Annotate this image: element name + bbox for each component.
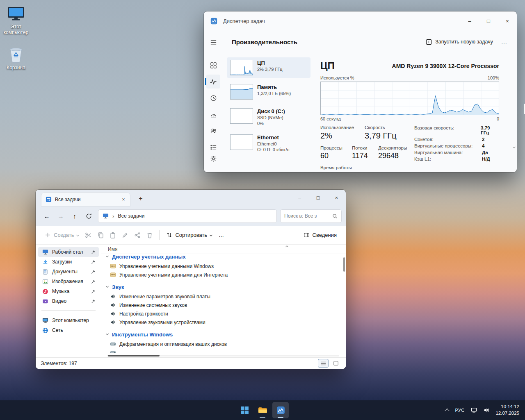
- sidebar-label: Документы: [52, 269, 78, 275]
- group-header-credentials[interactable]: Диспетчер учетных данных: [101, 254, 342, 262]
- performance-tab-icon[interactable]: [206, 75, 220, 89]
- perf-name: ЦП: [257, 60, 283, 66]
- maximize-button[interactable]: □: [309, 190, 327, 206]
- list-item[interactable]: Управление учетными данными для Интернет…: [101, 270, 342, 279]
- list-view-toggle[interactable]: [318, 359, 328, 367]
- details-view-toggle[interactable]: [331, 359, 341, 367]
- perf-item-memory[interactable]: Память 1,3/2,0 ГБ (65%): [227, 82, 310, 102]
- perf-item-ethernet[interactable]: Ethernet Ethernet0 О: 0 П: 0 кбит/с: [227, 132, 310, 154]
- tray-volume-button[interactable]: [480, 402, 493, 418]
- details-pane-button[interactable]: Сведения: [300, 229, 340, 241]
- column-header-row[interactable]: Имя: [101, 245, 346, 254]
- breadcrumb-chevron-icon: ›: [112, 213, 114, 219]
- users-tab-icon[interactable]: [206, 124, 220, 138]
- scrollbar-down-icon[interactable]: [513, 145, 516, 148]
- search-box[interactable]: Поиск в: Все з: [280, 209, 342, 223]
- back-button[interactable]: ←: [40, 209, 54, 223]
- breadcrumb-location[interactable]: Все задачи: [118, 213, 144, 219]
- group-header-sound[interactable]: Звук: [101, 282, 342, 292]
- menu-hamburger-button[interactable]: [206, 35, 220, 49]
- more-options-icon[interactable]: …: [497, 39, 511, 45]
- vertical-scrollbar-thumb[interactable]: [343, 257, 345, 272]
- rename-button[interactable]: [119, 229, 131, 241]
- tab-close-icon[interactable]: ×: [119, 195, 128, 204]
- cut-button[interactable]: [82, 229, 94, 241]
- list-item[interactable]: Дефрагментация и оптимизация ваших диско…: [101, 340, 342, 348]
- taskbar-task-manager-button[interactable]: [272, 402, 289, 418]
- list-item[interactable]: Управление звуковыми устройствами: [101, 318, 342, 327]
- sidebar-item-documents[interactable]: Документы: [38, 267, 99, 277]
- sidebar-item-this-pc[interactable]: Этот компьютер: [38, 316, 99, 325]
- run-new-task-button[interactable]: Запустить новую задачу: [422, 36, 497, 48]
- desktop-icon-recycle-bin[interactable]: Корзина: [0, 46, 32, 70]
- maximize-button[interactable]: □: [479, 11, 498, 30]
- create-button[interactable]: Создать: [41, 229, 82, 241]
- start-button[interactable]: [236, 402, 253, 418]
- explorer-sidebar: Рабочий стол Загрузки Документы Изображе…: [36, 245, 101, 357]
- close-button[interactable]: ×: [327, 190, 346, 206]
- list-item[interactable]: Изменение системных звуков: [101, 301, 342, 309]
- sidebar-label: Изображения: [52, 279, 83, 284]
- detail-label: Виртуальные процессоры:: [414, 143, 482, 148]
- sidebar-item-videos[interactable]: Видео: [38, 296, 99, 306]
- settings-gear-icon[interactable]: [206, 152, 220, 166]
- sidebar-item-music[interactable]: Музыка: [38, 286, 99, 296]
- refresh-button[interactable]: [82, 209, 96, 223]
- copy-button[interactable]: [94, 229, 107, 241]
- recycle-bin-icon: [8, 46, 24, 63]
- close-button[interactable]: ×: [498, 11, 517, 30]
- taskbar-file-explorer-button[interactable]: [254, 402, 271, 418]
- minimize-button[interactable]: –: [460, 11, 479, 30]
- documents-icon: [42, 269, 48, 275]
- new-tab-button[interactable]: +: [135, 193, 146, 204]
- desktop-icon-this-pc[interactable]: Этот компьютер: [0, 6, 32, 36]
- processes-tab-icon[interactable]: [206, 58, 220, 72]
- group-header-windows-tools[interactable]: Инструменты Windows: [101, 329, 342, 340]
- task-manager-icon: [276, 406, 285, 415]
- perf-item-cpu[interactable]: ЦП 2% 3,79 ГГц: [227, 57, 310, 78]
- toolbar-more-button[interactable]: …: [215, 229, 227, 241]
- sort-button[interactable]: Сортировать: [163, 229, 215, 241]
- horizontal-scrollbar[interactable]: [107, 355, 339, 356]
- sidebar-divider: [41, 310, 96, 311]
- paste-button[interactable]: [107, 229, 119, 241]
- windows-logo-icon: [240, 406, 249, 415]
- sidebar-item-desktop[interactable]: Рабочий стол: [38, 247, 99, 257]
- horizontal-scrollbar-thumb[interactable]: [108, 355, 160, 356]
- group-title: Звук: [112, 284, 124, 290]
- sidebar-label: Видео: [52, 298, 66, 304]
- perf-item-disk[interactable]: Диск 0 (C:) SSD (NVMe) 0%: [227, 106, 310, 128]
- perf-detail: Ethernet0: [257, 141, 289, 146]
- chevron-down-icon: [106, 285, 109, 288]
- list-item-partial[interactable]: [101, 348, 342, 353]
- taskbar-clock[interactable]: 10:14:12 12.07.2025: [493, 404, 524, 416]
- tab-all-tasks[interactable]: Все задачи ×: [41, 193, 130, 206]
- tray-network-button[interactable]: [468, 402, 480, 418]
- processes-label: Процессы: [320, 145, 352, 150]
- task-manager-titlebar[interactable]: Диспетчер задач – □ ×: [204, 11, 517, 30]
- handles-value: 29648: [378, 152, 407, 160]
- tray-show-hidden-icons-button[interactable]: [442, 402, 452, 418]
- sidebar-item-pictures[interactable]: Изображения: [38, 277, 99, 286]
- item-label: Настройка громкости: [119, 311, 168, 317]
- column-header-name[interactable]: Имя: [108, 246, 117, 252]
- list-item[interactable]: Настройка громкости: [101, 309, 342, 318]
- app-history-tab-icon[interactable]: [206, 91, 220, 105]
- forward-button[interactable]: →: [54, 209, 68, 223]
- list-item[interactable]: Управление учетными данными Windows: [101, 262, 342, 270]
- usage-label: Использование: [320, 125, 365, 130]
- tab-label: Все задачи: [55, 197, 119, 202]
- drive-icon: [110, 341, 116, 347]
- sidebar-item-downloads[interactable]: Загрузки: [38, 257, 99, 267]
- startup-apps-tab-icon[interactable]: [206, 107, 220, 121]
- minimize-button[interactable]: –: [290, 190, 309, 206]
- share-button[interactable]: [131, 229, 144, 241]
- item-label: Управление учетными данными Windows: [119, 263, 214, 269]
- delete-button[interactable]: [144, 229, 156, 241]
- address-bar[interactable]: › Все задачи: [98, 209, 277, 223]
- up-button[interactable]: ↑: [68, 209, 82, 223]
- list-item[interactable]: Изменение параметров звуковой платы: [101, 292, 342, 301]
- sideb ar-item-network[interactable]: Сеть: [38, 325, 99, 335]
- language-indicator[interactable]: РУС: [452, 402, 468, 418]
- search-input[interactable]: Поиск в: Все з: [284, 213, 332, 219]
